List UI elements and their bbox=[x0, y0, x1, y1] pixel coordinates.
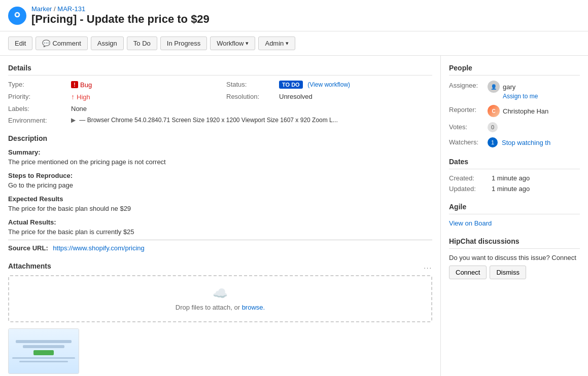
source-url-link[interactable]: https://www.shopify.com/pricing bbox=[53, 244, 144, 252]
comment-icon: 💬 bbox=[42, 40, 50, 47]
bug-icon: ! bbox=[71, 81, 78, 88]
environment-value: ▶ — Browser Chrome 54.0.2840.71 Screen S… bbox=[71, 117, 432, 124]
dismiss-button[interactable]: Dismiss bbox=[490, 266, 526, 279]
priority-label: Priority: bbox=[8, 93, 69, 101]
browse-link[interactable]: browse. bbox=[242, 304, 265, 311]
assignee-avatar: 👤 bbox=[488, 81, 500, 93]
actual-heading: Actual Results: bbox=[8, 218, 432, 226]
thumb-line-1 bbox=[16, 340, 72, 343]
assignee-row: Assignee: 👤 gary Assign to me bbox=[449, 81, 580, 100]
reporter-avatar: C bbox=[488, 105, 500, 117]
expected-text: The price for the basic plan should ne $… bbox=[8, 205, 432, 212]
type-label: Type: bbox=[8, 81, 69, 89]
reporter-label: Reporter: bbox=[449, 105, 485, 114]
steps-text: Go to the pricing page bbox=[8, 181, 432, 189]
assignee-value: 👤 gary Assign to me bbox=[488, 81, 538, 100]
watchers-count: 1 bbox=[488, 137, 498, 147]
resolution-value: Unresolved bbox=[279, 93, 432, 101]
content-area: Details Type: ! Bug Status: TO DO (View … bbox=[0, 56, 441, 376]
app-logo bbox=[8, 7, 26, 25]
details-title: Details bbox=[8, 64, 432, 76]
watchers-value: 1 Stop watching th bbox=[488, 137, 550, 147]
updated-label: Updated: bbox=[449, 185, 490, 193]
assign-to-me-link[interactable]: Assign to me bbox=[503, 93, 538, 100]
assignee-name: gary bbox=[503, 83, 515, 91]
attachments-section: Attachments ... ☁️ Drop files to attach,… bbox=[8, 262, 432, 374]
details-grid: Type: ! Bug Status: TO DO (View workflow… bbox=[8, 81, 432, 124]
breadcrumb-issue-id[interactable]: MAR-131 bbox=[57, 5, 85, 13]
labels-label: Labels: bbox=[8, 105, 69, 112]
summary-heading: Summary: bbox=[8, 148, 432, 156]
workflow-button[interactable]: Workflow bbox=[210, 36, 255, 50]
priority-value: ↑ High bbox=[71, 93, 224, 101]
hipchat-section: HipChat discussions Do you want to discu… bbox=[449, 237, 580, 279]
comment-button[interactable]: 💬 Comment bbox=[36, 36, 87, 50]
thumb-line-3 bbox=[12, 357, 75, 359]
watchers-row: Watchers: 1 Stop watching th bbox=[449, 137, 580, 147]
attachment-thumbnail[interactable] bbox=[8, 328, 79, 374]
hipchat-actions: Connect Dismiss bbox=[449, 266, 580, 279]
source-row: Source URL: https://www.shopify.com/pric… bbox=[8, 244, 432, 252]
thumb-line-4 bbox=[19, 361, 68, 362]
status-value: TO DO (View workflow) bbox=[279, 81, 432, 89]
agile-title: Agile bbox=[449, 203, 580, 214]
labels-value: None bbox=[71, 105, 224, 112]
votes-label: Votes: bbox=[449, 122, 485, 131]
reporter-value: C Christophe Han bbox=[488, 105, 548, 117]
todo-button[interactable]: To Do bbox=[127, 36, 157, 50]
description-title: Description bbox=[8, 134, 432, 142]
view-board-link[interactable]: View on Board bbox=[449, 219, 580, 227]
votes-row: Votes: 0 bbox=[449, 122, 580, 132]
drop-text: Drop files to attach, or bbox=[176, 304, 240, 311]
view-workflow-link[interactable]: (View workflow) bbox=[307, 81, 350, 88]
env-expand-icon[interactable]: ▶ bbox=[71, 117, 76, 124]
dates-grid: Created: 1 minute ago Updated: 1 minute … bbox=[449, 174, 580, 193]
priority-arrow-icon: ↑ bbox=[71, 93, 75, 101]
status-badge: TO DO bbox=[279, 81, 303, 89]
connect-button[interactable]: Connect bbox=[449, 266, 487, 279]
thumb-inner bbox=[9, 329, 79, 373]
edit-button[interactable]: Edit bbox=[8, 36, 32, 50]
breadcrumb: Marker / MAR-131 bbox=[31, 5, 210, 13]
expected-heading: Expected Results bbox=[8, 195, 432, 203]
watchers-label: Watchers: bbox=[449, 137, 485, 146]
details-section: Details Type: ! Bug Status: TO DO (View … bbox=[8, 64, 432, 124]
assign-button[interactable]: Assign bbox=[91, 36, 124, 50]
breadcrumb-project[interactable]: Marker bbox=[31, 5, 52, 13]
created-value: 1 minute ago bbox=[492, 174, 580, 182]
people-title: People bbox=[449, 64, 580, 76]
updated-value: 1 minute ago bbox=[492, 185, 580, 193]
admin-button[interactable]: Admin bbox=[258, 36, 295, 50]
votes-count[interactable]: 0 bbox=[488, 122, 498, 132]
dates-section: Dates Created: 1 minute ago Updated: 1 m… bbox=[449, 158, 580, 193]
svg-point-4 bbox=[16, 13, 16, 14]
actual-text: The price for the basic plan is currentl… bbox=[8, 228, 432, 236]
agile-section: Agile View on Board bbox=[449, 203, 580, 227]
upload-icon: ☁️ bbox=[19, 286, 421, 300]
attachments-title: Attachments bbox=[8, 262, 51, 270]
sidebar: People Assignee: 👤 gary Assign to me Rep… bbox=[441, 56, 588, 376]
created-label: Created: bbox=[449, 174, 490, 182]
attachments-header: Attachments ... bbox=[8, 262, 432, 270]
description-section: Description Summary: The price mentioned… bbox=[8, 134, 432, 252]
drop-zone[interactable]: ☁️ Drop files to attach, or browse. bbox=[8, 275, 432, 322]
reporter-name: Christophe Han bbox=[503, 107, 548, 115]
main-layout: Details Type: ! Bug Status: TO DO (View … bbox=[0, 56, 588, 376]
attachments-menu-icon[interactable]: ... bbox=[424, 262, 432, 270]
resolution-label: Resolution: bbox=[226, 93, 277, 101]
type-value: ! Bug bbox=[71, 81, 224, 89]
breadcrumb-separator: / bbox=[54, 5, 56, 13]
in-progress-button[interactable]: In Progress bbox=[160, 36, 207, 50]
assignee-label: Assignee: bbox=[449, 81, 485, 89]
thumb-btn bbox=[33, 350, 54, 355]
environment-label: Environment: bbox=[8, 117, 69, 124]
stop-watching-link[interactable]: Stop watching th bbox=[502, 139, 550, 146]
dates-title: Dates bbox=[449, 158, 580, 169]
source-label: Source URL: bbox=[8, 244, 48, 252]
summary-text: The price mentioned on the pricing page … bbox=[8, 158, 432, 166]
people-section: People Assignee: 👤 gary Assign to me Rep… bbox=[449, 64, 580, 147]
toolbar: Edit 💬 Comment Assign To Do In Progress … bbox=[0, 31, 588, 56]
status-label: Status: bbox=[226, 81, 277, 89]
thumb-line-2 bbox=[23, 345, 65, 348]
app-header: Marker / MAR-131 [Pricing] - Update the … bbox=[0, 0, 588, 31]
